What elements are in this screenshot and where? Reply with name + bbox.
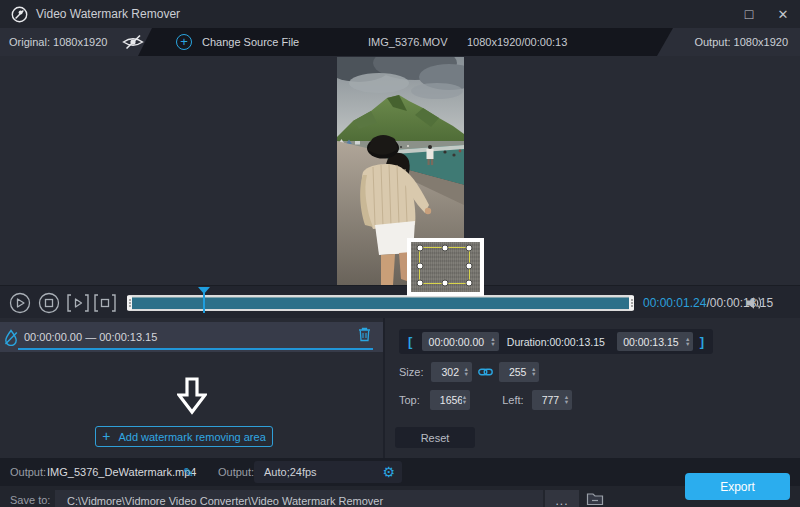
duration-label: Duration:00:00:13.15 bbox=[507, 336, 605, 348]
save-path-input[interactable] bbox=[55, 490, 543, 507]
output-format-select[interactable]: Auto;24fps ⚙ bbox=[254, 461, 402, 483]
output-format-value: Auto;24fps bbox=[264, 466, 317, 478]
playback-controls: 00:00:01.24/00:00:13.15 bbox=[0, 285, 800, 318]
size-height-input[interactable] bbox=[499, 366, 531, 378]
selection-handle[interactable] bbox=[466, 262, 473, 269]
selection-handle[interactable] bbox=[417, 280, 424, 287]
link-aspect-icon[interactable] bbox=[478, 367, 493, 377]
add-watermark-area-label: Add watermark removing area bbox=[118, 431, 265, 443]
plus-circle-icon: + bbox=[176, 34, 192, 50]
spin-down-icon[interactable]: ▼ bbox=[685, 342, 690, 347]
timeline-end-handle[interactable] bbox=[629, 296, 634, 310]
selection-handle[interactable] bbox=[417, 262, 424, 269]
change-source-file-label: Change Source File bbox=[202, 36, 299, 48]
selection-handle[interactable] bbox=[417, 245, 424, 252]
app-logo-icon bbox=[10, 5, 28, 23]
play-button[interactable] bbox=[8, 291, 32, 315]
video-preview-area bbox=[0, 56, 800, 285]
format-settings-gear-icon[interactable]: ⚙ bbox=[382, 465, 395, 479]
watermark-selection-box[interactable] bbox=[419, 247, 470, 284]
spin-down-icon[interactable]: ▼ bbox=[564, 400, 569, 405]
selection-handle[interactable] bbox=[441, 280, 448, 287]
title-bar: Video Watermark Remover □ ✕ bbox=[0, 0, 800, 28]
source-toolbar: Original: 1080x1920 + Change Source File… bbox=[0, 28, 800, 56]
spin-down-icon[interactable]: ▼ bbox=[490, 342, 495, 347]
segment-trim-row: [ ▲▼ Duration:00:00:13.15 ▲▼ ] bbox=[399, 329, 713, 354]
browse-button[interactable]: ... bbox=[545, 490, 579, 507]
output-format-label: Output: bbox=[218, 458, 254, 486]
save-to-label: Save to: bbox=[10, 494, 50, 506]
eye-slash-icon[interactable] bbox=[121, 34, 145, 50]
watermark-segment-row[interactable]: 00:00:00.00 — 00:00:13.15 bbox=[0, 322, 383, 352]
spin-down-icon[interactable]: ▼ bbox=[463, 372, 468, 377]
timeline-selected-range bbox=[132, 297, 629, 309]
timeline-start-handle[interactable] bbox=[127, 296, 132, 310]
rename-pencil-icon[interactable]: ✎ bbox=[183, 458, 194, 486]
end-time-field: ▲▼ bbox=[617, 332, 693, 351]
size-width-input[interactable] bbox=[431, 366, 463, 378]
top-field: ▲▼ bbox=[430, 390, 470, 410]
top-label: Top: bbox=[399, 394, 420, 406]
spin-down-icon[interactable]: ▼ bbox=[531, 372, 536, 377]
output-bar: Output: IMG_5376_DeWatermark.mp4 ✎ Outpu… bbox=[0, 458, 800, 486]
panel-divider bbox=[383, 318, 385, 458]
volume-icon[interactable] bbox=[746, 286, 763, 319]
output-name-label: Output: bbox=[10, 458, 46, 486]
source-file-meta: 1080x1920/00:00:13 bbox=[467, 28, 567, 56]
watermark-area-callout[interactable] bbox=[407, 238, 484, 296]
segment-active-underline bbox=[18, 348, 373, 350]
window-title: Video Watermark Remover bbox=[36, 7, 180, 21]
selection-handle[interactable] bbox=[466, 280, 473, 287]
output-resolution-label: Output: 1080x1920 bbox=[694, 36, 788, 48]
original-info-section: Original: 1080x1920 bbox=[0, 28, 165, 56]
frame-play-button[interactable] bbox=[66, 291, 90, 315]
size-width-field: ▲▼ bbox=[431, 362, 471, 382]
output-file-name: IMG_5376_DeWatermark.mp4 bbox=[47, 458, 196, 486]
left-label: Left: bbox=[502, 394, 523, 406]
total-time: /00:00:13.15 bbox=[706, 296, 773, 310]
save-bar: Save to: ... bbox=[0, 486, 800, 507]
open-folder-icon[interactable] bbox=[586, 491, 604, 506]
playhead-line bbox=[203, 293, 205, 313]
original-resolution-label: Original: 1080x1920 bbox=[9, 36, 107, 48]
start-time-field: ▲▼ bbox=[422, 332, 498, 351]
add-watermark-area-button[interactable]: + Add watermark removing area bbox=[95, 426, 273, 447]
end-time-input[interactable] bbox=[617, 336, 685, 348]
trim-start-bracket[interactable]: [ bbox=[408, 334, 412, 349]
frame-stop-button[interactable] bbox=[93, 291, 117, 315]
segment-time-range: 00:00:00.00 — 00:00:13.15 bbox=[24, 331, 157, 343]
size-height-field: ▲▼ bbox=[499, 362, 539, 382]
position-row: Top: ▲▼ Left: ▲▼ bbox=[399, 390, 572, 410]
top-input[interactable] bbox=[430, 394, 462, 406]
reset-button[interactable]: Reset bbox=[395, 427, 475, 448]
change-source-file-button[interactable]: + Change Source File bbox=[176, 28, 299, 56]
output-info-section: Output: 1080x1920 bbox=[657, 28, 800, 56]
left-field: ▲▼ bbox=[532, 390, 572, 410]
size-row: Size: ▲▼ ▲▼ bbox=[399, 362, 539, 382]
close-button[interactable]: ✕ bbox=[774, 7, 792, 22]
selection-handle[interactable] bbox=[466, 245, 473, 252]
maximize-button[interactable]: □ bbox=[740, 6, 758, 22]
selection-handle[interactable] bbox=[441, 245, 448, 252]
current-time: 00:00:01.24 bbox=[643, 296, 706, 310]
left-input[interactable] bbox=[532, 394, 564, 406]
source-file-name: IMG_5376.MOV bbox=[368, 28, 447, 56]
bottom-panels: 00:00:00.00 — 00:00:13.15 + Add watermar… bbox=[0, 318, 800, 458]
size-label: Size: bbox=[399, 366, 423, 378]
app-window: Video Watermark Remover □ ✕ Original: 10… bbox=[0, 0, 800, 507]
export-button[interactable]: Export bbox=[685, 473, 790, 500]
delete-segment-icon[interactable] bbox=[358, 327, 371, 342]
watermark-drop-icon bbox=[4, 329, 18, 346]
start-time-input[interactable] bbox=[422, 336, 490, 348]
trim-end-bracket[interactable]: ] bbox=[700, 334, 704, 349]
down-arrow-hint-icon bbox=[177, 377, 207, 417]
stop-button[interactable] bbox=[37, 291, 61, 315]
plus-icon: + bbox=[102, 429, 110, 443]
spin-down-icon[interactable]: ▼ bbox=[462, 400, 467, 405]
